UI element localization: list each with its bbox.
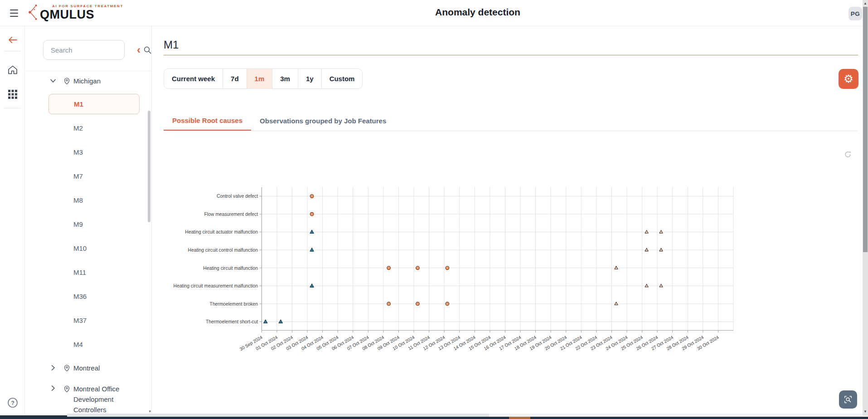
- sidebar-scrollbar-thumb[interactable]: [148, 111, 150, 222]
- sidebar-item-m36[interactable]: M36: [25, 286, 151, 307]
- chart-marker[interactable]: [615, 302, 618, 305]
- bottom-bar: [0, 417, 868, 419]
- scroll-up-icon[interactable]: ▲: [863, 1, 868, 5]
- machine-title: M1: [164, 39, 179, 51]
- machine-label: M3: [73, 148, 83, 156]
- group-label: Montreal: [73, 364, 100, 372]
- tab-observations-grouped[interactable]: Observations grouped by Job Features: [251, 111, 395, 131]
- chart-marker[interactable]: [645, 230, 648, 234]
- group-label: Montreal Office Development Controllers: [73, 384, 129, 415]
- scroll-down-icon[interactable]: ▼: [863, 409, 868, 414]
- help-icon[interactable]: ?: [0, 394, 25, 412]
- time-range-control: Current week 7d 1m 3m 1y Custom: [164, 68, 363, 89]
- chart-marker[interactable]: [387, 266, 391, 270]
- left-rail: ?: [0, 26, 25, 419]
- chart-marker[interactable]: [659, 230, 663, 234]
- machine-label: M11: [73, 268, 86, 276]
- logo-text: AI FOR SURFACE TREATMENT QMULUS: [40, 4, 123, 20]
- machine-label: M7: [73, 172, 83, 180]
- y-category-label: Thermoelement short-cut: [206, 319, 258, 324]
- sidebar-scroll-down-icon[interactable]: ▾: [149, 409, 151, 414]
- chart-marker[interactable]: [659, 284, 663, 287]
- y-category-label: Heating circuit actuator malfunction: [185, 229, 258, 234]
- main-scrollbar-thumb[interactable]: [863, 7, 868, 252]
- main-scrollbar[interactable]: ▲ ▼: [863, 0, 868, 416]
- rail-divider: [4, 108, 21, 108]
- home-icon[interactable]: [0, 61, 25, 79]
- range-custom-button[interactable]: Custom: [321, 69, 363, 88]
- app-root: AI FOR SURFACE TREATMENT QMULUS Anomaly …: [0, 0, 868, 419]
- chart-marker[interactable]: [310, 248, 314, 251]
- horizontal-scrollbar-thumb[interactable]: [67, 414, 489, 417]
- chevron-right-icon: [50, 385, 57, 391]
- range-current-week-button[interactable]: Current week: [164, 69, 223, 88]
- range-1m-button[interactable]: 1m: [247, 69, 272, 88]
- machine-label: M1: [74, 100, 83, 108]
- tab-bar: Possible Root causes Observations groupe…: [164, 111, 395, 131]
- chart-marker[interactable]: [645, 284, 648, 287]
- machine-label: M36: [73, 292, 87, 300]
- zoom-select-icon: [843, 395, 853, 404]
- search-row: ‹: [25, 40, 151, 60]
- avatar[interactable]: PG: [849, 7, 862, 20]
- sidebar: ‹ Michigan M1 M2 M3 M7 M8 M9 M10 M11 M36…: [25, 26, 152, 419]
- chart-marker[interactable]: [416, 266, 420, 270]
- gear-icon: ⚙: [844, 73, 853, 84]
- chevron-right-icon: [50, 365, 57, 371]
- menu-icon[interactable]: [10, 10, 19, 17]
- y-category-label: Heating circuit malfunction: [203, 266, 258, 271]
- bottom-bar-left: [0, 415, 67, 419]
- settings-button[interactable]: ⚙: [839, 69, 858, 89]
- apps-grid-icon[interactable]: [0, 85, 25, 103]
- sidebar-item-m4[interactable]: M4: [25, 334, 151, 355]
- back-arrow-icon[interactable]: [0, 31, 25, 49]
- chevron-down-icon: [50, 78, 57, 84]
- chart-marker[interactable]: [645, 248, 648, 251]
- y-category-label: Thermoelement broken: [210, 302, 258, 307]
- y-category-label: Flow measurement defect: [204, 212, 258, 217]
- tree-group-montreal-office[interactable]: Montreal Office Development Controllers: [25, 380, 151, 415]
- chart-marker[interactable]: [446, 302, 449, 306]
- title-underline: [164, 55, 858, 55]
- tree-group-michigan[interactable]: Michigan: [25, 71, 151, 90]
- location-pin-icon: [63, 385, 71, 393]
- chart-marker[interactable]: [279, 320, 282, 323]
- sidebar-item-m37[interactable]: M37: [25, 310, 151, 331]
- chart-marker[interactable]: [446, 266, 449, 270]
- sidebar-item-m10[interactable]: M10: [25, 238, 151, 258]
- search-input[interactable]: [44, 46, 144, 54]
- bottom-bar-accent: [509, 417, 530, 419]
- range-3m-button[interactable]: 3m: [272, 69, 298, 88]
- sidebar-item-m1[interactable]: M1: [48, 94, 140, 114]
- range-1y-button[interactable]: 1y: [298, 69, 321, 88]
- sidebar-item-m8[interactable]: M8: [25, 190, 151, 210]
- sidebar-item-m3[interactable]: M3: [25, 142, 151, 162]
- chart-marker[interactable]: [310, 284, 314, 287]
- chart-marker[interactable]: [310, 195, 314, 198]
- sidebar-item-m2[interactable]: M2: [25, 118, 151, 138]
- chart-marker[interactable]: [659, 248, 663, 251]
- sidebar-item-m11[interactable]: M11: [25, 262, 151, 283]
- sidebar-item-m9[interactable]: M9: [25, 214, 151, 234]
- sidebar-item-m7[interactable]: M7: [25, 166, 151, 186]
- chart-marker[interactable]: [264, 320, 267, 323]
- chart-marker[interactable]: [310, 212, 314, 216]
- tree-group-montreal[interactable]: Montreal: [25, 358, 151, 377]
- machine-label: M37: [73, 317, 87, 324]
- top-header: AI FOR SURFACE TREATMENT QMULUS Anomaly …: [0, 0, 868, 26]
- search-input-wrapper: [43, 40, 125, 60]
- range-7d-button[interactable]: 7d: [223, 69, 247, 88]
- location-pin-icon: [63, 364, 71, 372]
- machine-label: M10: [73, 244, 87, 252]
- chart-marker[interactable]: [310, 230, 314, 233]
- collapse-sidebar-icon[interactable]: ‹: [132, 44, 145, 56]
- tab-bar-divider: [164, 131, 858, 131]
- tab-possible-root-causes[interactable]: Possible Root causes: [164, 111, 251, 131]
- y-category-label: Control valve defect: [217, 194, 258, 199]
- chart-marker[interactable]: [615, 266, 618, 269]
- chart-marker[interactable]: [387, 302, 391, 306]
- rail-divider: [4, 51, 21, 51]
- zoom-select-button[interactable]: [839, 390, 857, 409]
- chart-marker[interactable]: [416, 302, 420, 306]
- machine-label: M4: [73, 341, 83, 348]
